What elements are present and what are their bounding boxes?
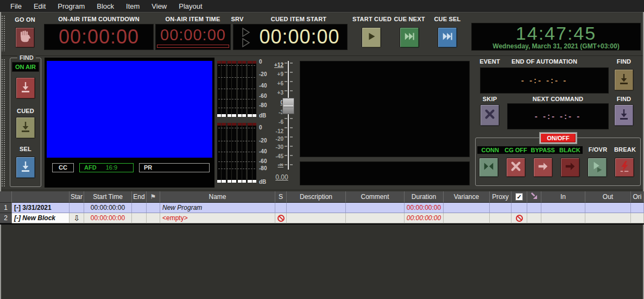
variance-cell[interactable] — [444, 203, 490, 213]
menu-playout[interactable]: Playout — [173, 1, 208, 11]
header-end[interactable]: End — [132, 191, 147, 203]
go-on-button[interactable] — [15, 27, 35, 48]
black-output-button[interactable] — [560, 158, 580, 177]
variance-cell[interactable] — [444, 213, 490, 223]
fader-mark-plus12[interactable]: +12 — [269, 62, 283, 68]
afd-indicator: AFD 16:9 — [79, 163, 134, 172]
comment-cell[interactable] — [346, 213, 405, 223]
skip-next-icon — [403, 30, 415, 45]
find-next-command-button[interactable] — [614, 104, 634, 126]
ori-cell[interactable] — [631, 203, 644, 213]
tree-cell[interactable]: [-] 3/31/2021 — [12, 203, 70, 213]
header-skipped[interactable] — [527, 191, 541, 203]
start-time-cell[interactable]: 00:00:00:00 — [84, 213, 132, 223]
menu-file[interactable]: File — [4, 1, 28, 11]
status-cell[interactable] — [275, 203, 287, 213]
star-cell[interactable]: ⇩ — [70, 213, 84, 223]
start-cued-button[interactable] — [362, 27, 381, 48]
checked-cell[interactable] — [512, 203, 527, 213]
meter-scale--40: -40 — [259, 83, 267, 89]
menu-block[interactable]: Block — [91, 1, 120, 11]
header-variance[interactable]: Variance — [444, 191, 490, 203]
header-status[interactable]: S — [275, 191, 287, 203]
header-name[interactable]: Name — [160, 191, 275, 203]
in-cell[interactable] — [541, 213, 585, 223]
fader-mark-minusinf[interactable]: -∞ — [269, 161, 283, 167]
header-start-time[interactable]: Start Time — [84, 191, 132, 203]
header-comment[interactable]: Comment — [346, 191, 405, 203]
tree-cell[interactable]: [-] New Block — [12, 213, 70, 223]
comment-cell[interactable] — [346, 203, 405, 213]
x-icon — [484, 108, 496, 122]
fader-gain-value[interactable]: 0.00 — [270, 173, 293, 181]
menu-view[interactable]: View — [146, 1, 173, 11]
header-tree[interactable] — [12, 191, 70, 203]
countdown-value: 00:00:00 — [45, 24, 153, 49]
skip-button[interactable] — [480, 104, 500, 126]
description-cell[interactable] — [287, 203, 346, 213]
cue-next-button[interactable] — [400, 27, 419, 48]
header-proxy[interactable]: Proxy — [490, 191, 512, 203]
in-cell[interactable] — [541, 203, 585, 213]
description-cell[interactable] — [287, 213, 346, 223]
header-flag[interactable]: ⚑ — [147, 191, 160, 203]
star-cell[interactable] — [70, 203, 84, 213]
fader-track[interactable] — [288, 61, 289, 170]
find-sel-button[interactable] — [16, 157, 35, 178]
flag-cell[interactable] — [147, 203, 160, 213]
menu-bar: File Edit Program Block Item View Playou… — [0, 0, 644, 12]
x-icon — [510, 160, 522, 175]
fovr-label: F/OVR — [585, 146, 610, 153]
fader-mark-0[interactable]: 0 — [269, 99, 283, 105]
hand-icon — [18, 29, 32, 46]
meter-scale--40: -40 — [259, 148, 267, 154]
bypass-button[interactable] — [533, 158, 553, 177]
header-out[interactable]: Out — [585, 191, 631, 203]
duration-cell[interactable]: 00:00:00:00 — [405, 213, 444, 223]
find-cued-button[interactable] — [16, 117, 35, 139]
end-cell[interactable] — [132, 213, 147, 223]
vu-meter-preview — [217, 123, 256, 183]
automation-on-off-button[interactable]: ON/OFF — [540, 133, 576, 143]
cue-sel-button[interactable] — [438, 27, 457, 48]
find-end-button[interactable] — [614, 69, 634, 91]
end-cell[interactable] — [132, 203, 147, 213]
row-number[interactable]: 2 — [0, 213, 12, 223]
connect-button[interactable] — [479, 158, 498, 177]
toolbar-grip[interactable] — [1, 59, 5, 187]
status-cell[interactable] — [275, 213, 287, 223]
find-on-air-button[interactable] — [16, 77, 35, 99]
header-star[interactable]: Star — [70, 191, 84, 203]
menu-edit[interactable]: Edit — [28, 1, 52, 11]
header-ori[interactable]: Ori — [631, 191, 644, 203]
out-cell[interactable] — [585, 213, 631, 223]
break-button[interactable] — [615, 158, 634, 177]
name-cell[interactable]: New Program — [160, 203, 275, 213]
duration-cell[interactable]: 00:00:00:00 — [405, 203, 444, 213]
menu-program[interactable]: Program — [52, 1, 91, 11]
header-description[interactable]: Description — [287, 191, 346, 203]
flag-cell[interactable] — [147, 213, 160, 223]
right-arrow-icon — [564, 160, 576, 175]
row-number[interactable]: 1 — [0, 203, 12, 213]
menu-item[interactable]: Item — [120, 1, 146, 11]
header-duration[interactable]: Duration — [405, 191, 444, 203]
toolbar-grip[interactable] — [1, 15, 5, 51]
start-time-cell[interactable]: 00:00:00:00 — [84, 203, 132, 213]
ori-cell[interactable] — [631, 213, 644, 223]
checked-cell[interactable] — [512, 213, 527, 223]
skipped-cell[interactable] — [527, 203, 541, 213]
meter-scale--80: -80 — [259, 102, 267, 108]
header-in[interactable]: In — [541, 191, 585, 203]
cg-off-button[interactable] — [506, 158, 526, 177]
fader-thumb[interactable] — [282, 98, 294, 114]
meter-scale--20: -20 — [259, 138, 267, 144]
proxy-cell[interactable] — [490, 203, 512, 213]
playout-window: File Edit Program Block Item View Playou… — [0, 0, 644, 299]
fade-over-button[interactable] — [588, 158, 607, 177]
header-checked[interactable]: ✓ — [512, 191, 527, 203]
proxy-cell[interactable] — [490, 213, 512, 223]
skipped-cell[interactable] — [527, 213, 541, 223]
out-cell[interactable] — [585, 203, 631, 213]
name-cell[interactable]: <empty> — [160, 213, 275, 223]
